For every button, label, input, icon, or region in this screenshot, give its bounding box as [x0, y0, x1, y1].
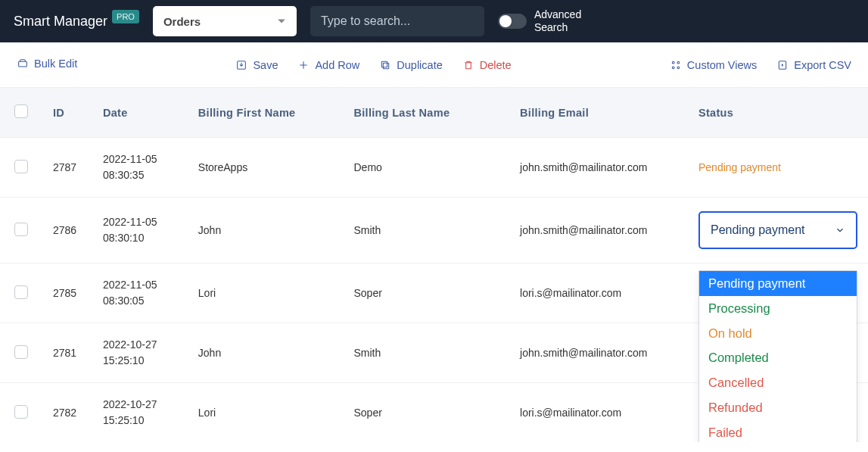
- svg-point-5: [677, 61, 680, 64]
- svg-point-7: [677, 67, 680, 69]
- status-wrap: Pending paymentPending paymentProcessing…: [698, 211, 857, 249]
- cell-lname[interactable]: Demo: [343, 138, 509, 198]
- custom-views-button[interactable]: Custom Views: [670, 59, 757, 71]
- cell-fname[interactable]: Lori: [188, 263, 344, 323]
- entity-dropdown-value: Orders: [163, 15, 201, 28]
- col-header-id[interactable]: ID: [42, 88, 92, 138]
- cell-status[interactable]: Pending payment: [688, 138, 868, 198]
- cell-id[interactable]: 2782: [42, 383, 92, 443]
- cell-id[interactable]: 2785: [42, 263, 92, 323]
- pro-badge: PRO: [112, 10, 139, 23]
- table-row: 27872022-11-0508:30:35StoreAppsDemojohn.…: [0, 138, 868, 198]
- cell-email[interactable]: john.smith@mailinator.com: [509, 138, 688, 198]
- export-csv-label: Export CSV: [794, 59, 851, 71]
- brand: Smart Manager PRO: [14, 14, 139, 30]
- bulk-edit-button[interactable]: Bulk Edit: [17, 58, 77, 70]
- status-option[interactable]: Processing: [699, 296, 857, 321]
- advanced-search-label: Advanced Search: [534, 8, 581, 34]
- col-header-email[interactable]: Billing Email: [509, 88, 688, 138]
- cell-date[interactable]: 2022-10-2715:25:10: [92, 323, 188, 383]
- status-option[interactable]: Refunded: [699, 395, 857, 420]
- grid-icon: [670, 59, 682, 71]
- svg-point-4: [672, 61, 674, 64]
- svg-rect-0: [19, 61, 27, 67]
- toggle-knob: [499, 15, 512, 27]
- cell-email[interactable]: lori.s@mailinator.com: [509, 383, 688, 443]
- save-button[interactable]: Save: [235, 59, 278, 71]
- svg-rect-3: [382, 61, 387, 67]
- cell-fname[interactable]: StoreApps: [188, 138, 344, 198]
- top-bar: Smart Manager PRO Orders Advanced Search: [0, 0, 868, 42]
- table-row: 27862022-11-0508:30:10JohnSmithjohn.smit…: [0, 198, 868, 263]
- cell-fname[interactable]: Lori: [188, 383, 344, 443]
- cell-email[interactable]: john.smith@mailinator.com: [509, 323, 688, 383]
- chevron-down-icon: [277, 17, 286, 26]
- row-checkbox[interactable]: [14, 345, 28, 359]
- status-option[interactable]: On hold: [699, 321, 857, 346]
- status-option[interactable]: Cancelled: [699, 370, 857, 395]
- cell-lname[interactable]: Smith: [343, 198, 509, 263]
- status-option[interactable]: Pending payment: [699, 271, 857, 296]
- export-csv-button[interactable]: Export CSV: [776, 59, 851, 71]
- cell-fname[interactable]: John: [188, 198, 344, 263]
- status-select[interactable]: Pending payment: [698, 211, 857, 249]
- col-header-date[interactable]: Date: [92, 88, 188, 138]
- duplicate-button[interactable]: Duplicate: [379, 59, 442, 71]
- entity-dropdown[interactable]: Orders: [153, 6, 297, 36]
- duplicate-label: Duplicate: [397, 59, 442, 71]
- cell-id[interactable]: 2781: [42, 323, 92, 383]
- col-header-checkbox: [0, 88, 42, 138]
- status-menu: Pending paymentProcessingOn holdComplete…: [698, 270, 857, 442]
- export-icon: [776, 59, 789, 71]
- row-checkbox[interactable]: [14, 160, 28, 173]
- bulk-edit-icon: [17, 58, 29, 70]
- bulk-edit-label: Bulk Edit: [34, 58, 77, 70]
- cell-email[interactable]: lori.s@mailinator.com: [509, 263, 688, 323]
- cell-date[interactable]: 2022-10-2715:25:10: [92, 383, 188, 443]
- cell-id[interactable]: 2787: [42, 138, 92, 198]
- svg-point-6: [672, 67, 674, 69]
- duplicate-icon: [379, 59, 391, 71]
- row-checkbox[interactable]: [14, 223, 28, 236]
- row-checkbox[interactable]: [14, 405, 28, 419]
- cell-fname[interactable]: John: [188, 323, 344, 383]
- cell-date[interactable]: 2022-11-0508:30:05: [92, 263, 188, 323]
- cell-email[interactable]: john.smith@mailinator.com: [509, 198, 688, 263]
- svg-rect-2: [384, 63, 389, 68]
- plus-icon: [297, 59, 310, 71]
- col-header-lname[interactable]: Billing Last Name: [343, 88, 509, 138]
- status-option[interactable]: Completed: [699, 345, 857, 370]
- status-option[interactable]: Failed: [699, 420, 857, 443]
- add-row-button[interactable]: Add Row: [297, 59, 359, 71]
- delete-label: Delete: [480, 59, 512, 71]
- advanced-search: Advanced Search: [498, 8, 581, 34]
- advanced-search-toggle[interactable]: [498, 14, 527, 29]
- brand-text: Smart Manager: [14, 14, 107, 30]
- cell-lname[interactable]: Soper: [343, 383, 509, 443]
- trash-icon: [462, 59, 474, 71]
- delete-button[interactable]: Delete: [462, 59, 512, 71]
- add-row-label: Add Row: [315, 59, 359, 71]
- custom-views-label: Custom Views: [687, 59, 757, 71]
- save-label: Save: [253, 59, 278, 71]
- search-box[interactable]: [310, 6, 484, 36]
- search-input[interactable]: [321, 14, 474, 28]
- cell-date[interactable]: 2022-11-0508:30:35: [92, 138, 188, 198]
- col-header-fname[interactable]: Billing First Name: [188, 88, 344, 138]
- cell-id[interactable]: 2786: [42, 198, 92, 263]
- status-select-value: Pending payment: [711, 223, 805, 237]
- cell-date[interactable]: 2022-11-0508:30:10: [92, 198, 188, 263]
- cell-status[interactable]: Pending paymentPending paymentProcessing…: [688, 198, 868, 263]
- status-text: Pending payment: [698, 161, 781, 173]
- row-checkbox[interactable]: [14, 285, 28, 299]
- orders-table: ID Date Billing First Name Billing Last …: [0, 88, 868, 442]
- save-icon: [235, 59, 247, 71]
- select-all-checkbox[interactable]: [14, 104, 28, 118]
- col-header-status[interactable]: Status: [688, 88, 868, 138]
- cell-lname[interactable]: Soper: [343, 263, 509, 323]
- cell-lname[interactable]: Smith: [343, 323, 509, 383]
- toolbar: Bulk Edit Save Add Row Duplicate Delete …: [0, 42, 868, 88]
- chevron-down-icon: [835, 225, 845, 235]
